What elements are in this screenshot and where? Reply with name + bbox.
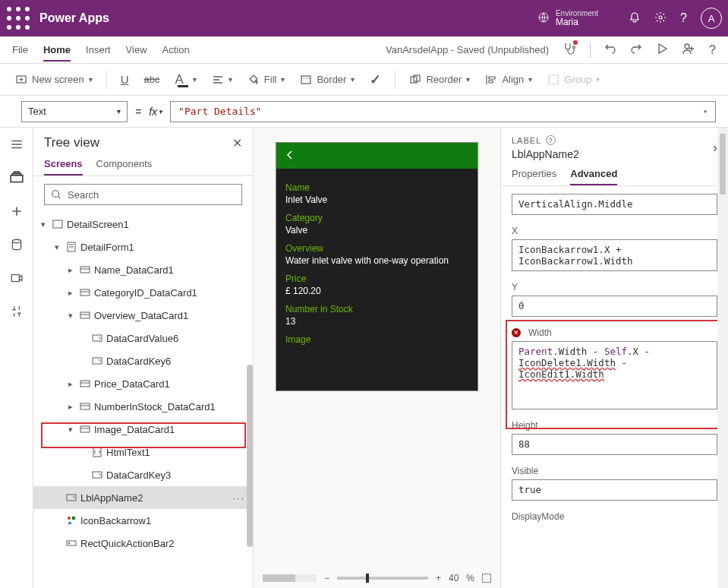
avatar[interactable]: A [701,8,722,29]
formula-bar[interactable]: "Part Details" ▾ [170,101,716,122]
tree-item-form[interactable]: ▾ DetailForm1 [33,236,253,258]
fill-button[interactable]: Fill [241,71,292,89]
tree-item-selected-label[interactable]: LblAppName2 ··· [33,486,253,509]
tree-item-datacard[interactable]: ▾ Overview_DataCard1 [33,304,253,327]
tree-item-datacard[interactable]: ▸ CategoryID_DataCard1 [33,281,253,304]
group-button[interactable]: Group [541,71,606,89]
share-icon[interactable] [682,42,695,58]
fx-icon[interactable]: fx▾ [149,106,162,118]
tree-search[interactable]: Search [44,184,242,205]
rail-tools-icon[interactable] [8,302,26,321]
prop-visible-input[interactable]: true [512,479,717,501]
canvas-preview[interactable]: Name Inlet Valve Category Valve Overview… [276,143,477,390]
menu-view[interactable]: View [126,44,147,55]
svg-rect-18 [11,175,23,182]
align-button[interactable]: Align [479,71,538,89]
tree-item-key[interactable]: DataCardKey3 [33,463,253,486]
redo-icon[interactable] [630,43,642,57]
help-icon[interactable]: ? [680,11,687,25]
prop-verticalalign-input[interactable]: VerticalAlign.Middle [512,194,717,215]
svg-rect-14 [301,76,310,84]
canvas-hscroll[interactable] [263,574,317,582]
back-icon[interactable] [284,149,296,163]
waffle-icon[interactable] [6,6,30,30]
tree-item-icon[interactable]: IconBackarrow1 [33,509,253,532]
align-text-button[interactable] [206,71,238,89]
tree-item-key[interactable]: DataCardKey6 [33,349,253,372]
tree-item-rect[interactable]: RectQuickActionBar2 [33,532,253,555]
property-selector[interactable]: Text▾ [21,101,128,122]
selected-control-name: LblAppName2 [512,148,579,160]
prop-y-label: Y [512,282,717,292]
screen-icon [52,218,64,230]
app-checker-icon[interactable] [563,42,576,58]
prop-x-input[interactable]: IconBackarrow1.X + IconBackarrow1.Width [512,239,717,271]
menu-action[interactable]: Action [162,44,190,55]
svg-rect-33 [80,426,90,432]
settings-icon[interactable] [654,11,667,26]
datacard-icon [79,400,91,413]
menu-insert[interactable]: Insert [86,44,111,55]
tree-item-datacard[interactable]: ▸ Price_DataCard1 [33,372,253,395]
label-icon [91,332,103,344]
menu-home[interactable]: Home [43,44,71,62]
tree-item-datacard[interactable]: ▸ Name_DataCard1 [33,258,253,281]
zoom-in-icon[interactable]: + [436,573,441,583]
reorder-button[interactable]: Reorder [403,71,476,89]
html-icon [91,446,103,458]
tree-item-datacard[interactable]: ▾ Image_DataCard1 [33,418,253,441]
prop-height-input[interactable]: 88 [512,434,717,455]
label-icon [91,469,103,481]
close-tree-icon[interactable]: ✕ [232,136,242,150]
tree-scrollbar[interactable] [247,365,253,547]
rail-tree-icon[interactable] [8,169,26,187]
tree-item-value[interactable]: DataCardValue6 [33,327,253,349]
play-icon[interactable] [656,43,668,57]
zoom-out-icon[interactable]: − [324,573,329,583]
tab-advanced[interactable]: Advanced [570,168,617,185]
tab-properties[interactable]: Properties [512,168,556,185]
field-label: Name [285,182,468,193]
notifications-icon[interactable] [629,11,641,26]
font-color-button[interactable]: A [169,68,202,90]
environment-picker[interactable]: Environment Maria [556,9,598,27]
rail-hamburger-icon[interactable] [8,135,26,153]
underline-button[interactable]: U [115,70,135,89]
strikethrough-button[interactable]: abc [137,71,165,88]
border-style-button[interactable]: ✓ [364,68,387,91]
svg-rect-38 [72,517,75,520]
svg-point-12 [685,44,689,49]
undo-icon[interactable] [604,43,616,57]
svg-point-4 [16,16,20,21]
fit-icon[interactable] [482,574,491,583]
new-screen-button[interactable]: New screen [9,71,99,89]
tab-screens[interactable]: Screens [44,158,83,175]
zoom-slider[interactable] [337,577,428,580]
props-scrollbar[interactable] [717,128,728,588]
menu-file[interactable]: File [12,44,28,55]
tree-item-screen[interactable]: ▾ DetailScreen1 [33,213,253,236]
svg-rect-24 [53,220,62,228]
equals-sign: = [135,106,141,118]
rail-media-icon[interactable] [8,269,26,287]
border-button[interactable]: Border [294,71,361,89]
error-icon[interactable]: ✕ [512,328,521,337]
prop-visible-label: Visible [512,466,717,476]
rail-data-icon[interactable] [8,236,26,254]
datacard-icon [79,286,91,299]
rail-insert-icon[interactable] [8,202,26,220]
info-icon[interactable]: ? [546,135,556,145]
field-value: Inlet Valve [285,194,468,205]
rect-icon [65,537,77,549]
help-menu-icon[interactable]: ? [709,43,716,57]
more-icon[interactable]: ··· [232,492,245,504]
app-title: Power Apps [39,11,109,25]
svg-point-8 [25,25,30,30]
tree-item-datacard[interactable]: ▸ NumberInStock_DataCard1 [33,395,253,418]
prop-y-input[interactable]: 0 [512,296,717,317]
tab-components[interactable]: Components [96,158,153,175]
svg-point-3 [7,16,11,21]
tree-item-html[interactable]: HtmlText1 [33,441,253,463]
field-value: £ 120.20 [285,286,468,296]
prop-width-input[interactable]: Parent.Width - Self.X - IconDelete1.Widt… [512,341,717,409]
